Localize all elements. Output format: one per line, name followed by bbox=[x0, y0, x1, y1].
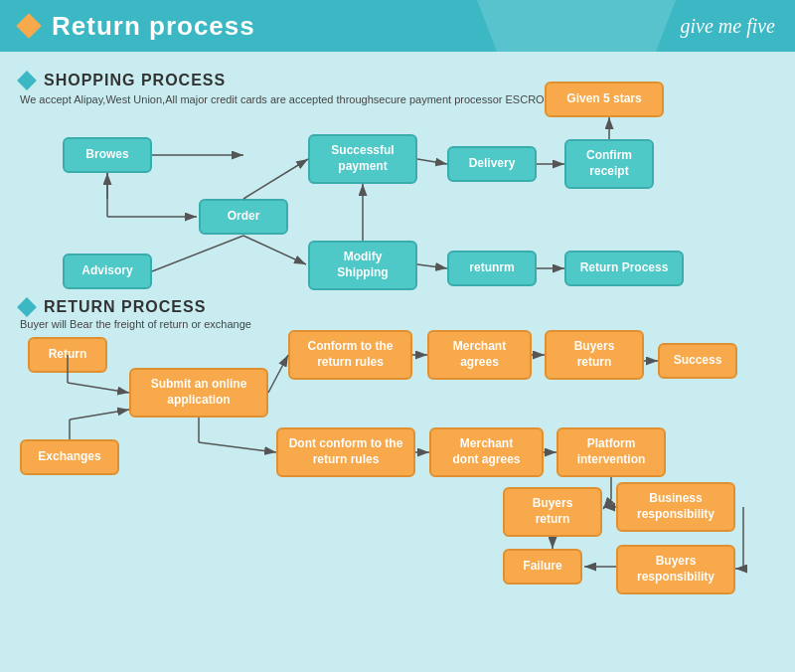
svg-line-9 bbox=[417, 159, 447, 164]
platform-intervention-box: Platformintervention bbox=[556, 427, 666, 477]
failure-box: Failure bbox=[503, 549, 582, 585]
submit-online-box: Submit an onlineapplication bbox=[129, 368, 268, 418]
svg-line-16 bbox=[68, 383, 129, 393]
return-section-header: RETURN PROCESS bbox=[20, 298, 206, 316]
main-content: SHOPPING PROCESS We accept Alipay,West U… bbox=[0, 52, 795, 672]
svg-line-19 bbox=[199, 442, 276, 452]
advisory-box: Advisory bbox=[63, 253, 152, 289]
return-title: RETURN PROCESS bbox=[44, 298, 206, 316]
svg-line-5 bbox=[243, 159, 308, 199]
shopping-title: SHOPPING PROCESS bbox=[44, 72, 226, 89]
return-btn-box: Return bbox=[28, 337, 107, 373]
merchant-agrees-box: Merchantagrees bbox=[427, 330, 532, 380]
header-diamond-icon bbox=[16, 13, 41, 38]
merchant-dont-agrees-box: Merchantdont agrees bbox=[429, 427, 544, 477]
conform-rules-box: Conform to thereturn rules bbox=[288, 330, 412, 380]
buyers-responsibility-box: Buyersresponsibility bbox=[616, 545, 735, 594]
brand-text: give me five bbox=[681, 15, 776, 38]
buyers-return-1-box: Buyersreturn bbox=[545, 330, 644, 380]
successful-payment-box: Successful payment bbox=[308, 134, 417, 184]
dont-conform-rules-box: Dont conform to thereturn rules bbox=[276, 427, 415, 477]
return-diamond-icon bbox=[17, 297, 37, 317]
shopping-diamond-icon bbox=[17, 71, 37, 90]
svg-line-17 bbox=[268, 355, 288, 393]
browes-box: Browes bbox=[63, 137, 152, 173]
svg-line-13 bbox=[417, 264, 447, 268]
confirm-receipt-box: Confirm receipt bbox=[564, 139, 654, 189]
modify-shipping-box: Modify Shipping bbox=[308, 241, 417, 290]
delivery-box: Delivery bbox=[447, 146, 537, 182]
page-header: Return process give me five bbox=[0, 0, 795, 52]
business-responsibility-box: Businessresponsibility bbox=[616, 482, 735, 532]
svg-line-28 bbox=[603, 499, 611, 509]
svg-line-6 bbox=[152, 236, 243, 271]
given-5-stars-box: Given 5 stars bbox=[545, 82, 664, 117]
return-process-box: Return Process bbox=[564, 251, 684, 286]
buyers-return-2-box: Buyersreturn bbox=[503, 487, 602, 537]
returnm-box: retunrm bbox=[447, 251, 537, 286]
svg-line-7 bbox=[243, 236, 306, 264]
exchanges-box: Exchanges bbox=[20, 439, 119, 475]
success-box: Success bbox=[658, 343, 737, 379]
return-description: Buyer will Bear the freight of return or… bbox=[20, 318, 251, 330]
order-box: Order bbox=[199, 199, 288, 235]
page-title: Return process bbox=[52, 11, 255, 42]
svg-line-21 bbox=[70, 410, 129, 420]
